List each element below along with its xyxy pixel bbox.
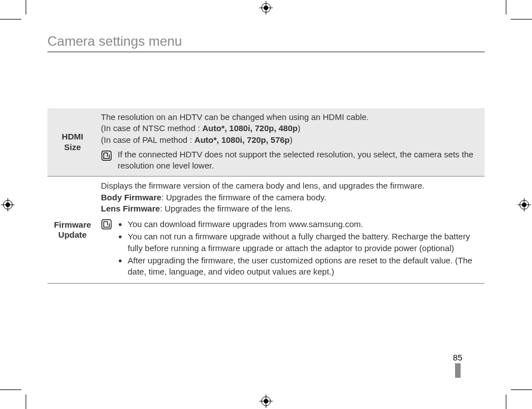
page-title: Camera settings menu: [47, 33, 485, 52]
registration-mark-icon: [259, 1, 273, 15]
list-item: After upgrading the firmware, the user c…: [128, 255, 481, 278]
text-bold: Auto*, 1080i, 720p, 480p: [202, 123, 298, 133]
page-content: Camera settings menu HDMI Size The resol…: [47, 33, 485, 284]
crop-mark: [0, 389, 21, 390]
bullet-list: You can download firmware upgrades from …: [118, 219, 481, 277]
body-text: (In case of PAL method : Auto*, 1080i, 7…: [101, 134, 481, 146]
page-number: 85: [453, 353, 462, 378]
page-number-text: 85: [453, 353, 462, 362]
note-text: You can download firmware upgrades from …: [118, 218, 481, 278]
text-span: ): [298, 123, 301, 133]
svg-rect-17: [102, 220, 112, 229]
note: If the connected HDTV does not support t…: [101, 149, 481, 172]
row-label-firmware-update: Firmware Update: [47, 176, 98, 283]
table-row: Firmware Update Displays the firmware ve…: [47, 176, 485, 283]
registration-mark-icon: [1, 198, 14, 211]
row-label-hdmi-size: HDMI Size: [47, 108, 98, 176]
text-span: (In case of NTSC method :: [101, 123, 202, 133]
text-span: ): [290, 135, 293, 145]
note-text: If the connected HDTV does not support t…: [118, 149, 481, 172]
settings-table: HDMI Size The resolution on an HDTV can …: [47, 108, 485, 284]
body-text: Lens Firmware: Upgrades the firmware of …: [101, 203, 481, 214]
label-text: Update: [59, 230, 87, 239]
label-text: HDMI: [62, 132, 83, 141]
crop-mark: [506, 394, 506, 409]
page-number-bar: [455, 363, 461, 378]
body-text: (In case of NTSC method : Auto*, 1080i, …: [101, 123, 481, 134]
text-span: (In case of PAL method :: [101, 135, 195, 145]
label-text: Firmware: [54, 220, 91, 229]
crop-mark: [0, 19, 21, 20]
crop-mark: [511, 19, 532, 20]
note: You can download firmware upgrades from …: [101, 218, 481, 278]
row-content: Displays the firmware version of the cam…: [98, 176, 485, 283]
crop-mark: [506, 0, 506, 15]
svg-rect-16: [102, 151, 112, 160]
text-bold: Lens Firmware: [101, 204, 160, 213]
registration-mark-icon: [518, 198, 531, 211]
table-row: HDMI Size The resolution on an HDTV can …: [47, 108, 485, 176]
crop-mark: [26, 0, 26, 15]
text-bold: Auto*, 1080i, 720p, 576p: [195, 135, 290, 145]
list-item: You can not run a firmware upgrade witho…: [128, 231, 481, 254]
label-text: Size: [64, 142, 81, 152]
list-item: You can download firmware upgrades from …: [128, 219, 481, 230]
note-icon: [101, 219, 112, 233]
body-text: Body Firmware: Upgrades the firmware of …: [101, 192, 481, 203]
registration-mark-icon: [259, 394, 273, 408]
text-span: : Upgrades the firmware of the camera bo…: [161, 193, 326, 202]
text-span: : Upgrades the firmware of the lens.: [160, 204, 293, 213]
body-text: The resolution on an HDTV can be changed…: [101, 112, 481, 123]
body-text: Displays the firmware version of the cam…: [101, 180, 481, 191]
crop-mark: [511, 389, 532, 390]
note-icon: [101, 150, 112, 164]
crop-mark: [26, 394, 26, 409]
text-bold: Body Firmware: [101, 193, 161, 202]
row-content: The resolution on an HDTV can be changed…: [98, 108, 485, 176]
